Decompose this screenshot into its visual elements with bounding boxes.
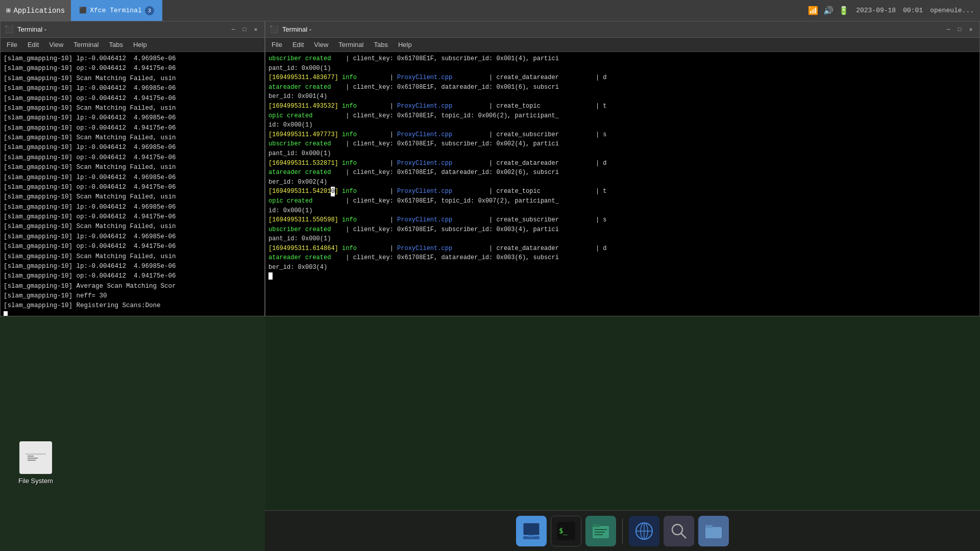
- terminal-line: id: 0x000(1): [268, 120, 976, 130]
- svg-rect-36: [705, 525, 713, 528]
- terminal-line: atareader created | client_key: 0x61708E…: [268, 253, 976, 263]
- terminal-right-body[interactable]: ubscriber created | client_key: 0x61708E…: [265, 52, 979, 316]
- menu-terminal-right[interactable]: Terminal: [334, 40, 368, 49]
- terminal-window-right: ⬛ Terminal - ─ □ ✕ File Edit View Termin…: [265, 21, 980, 316]
- svg-rect-26: [595, 529, 607, 530]
- terminal-line: [slam_gmapping-10] lp:-0.0046412 4.96985…: [4, 203, 261, 212]
- date-display: 2023-09-18: [856, 7, 896, 14]
- taskbar-top: ⊞ Applications ⬛ Xfce Terminal 3 📶 🔊 🔋 2…: [0, 0, 980, 21]
- svg-rect-35: [705, 527, 722, 538]
- terminal-right-titlebar: ⬛ Terminal - ─ □ ✕: [265, 21, 979, 38]
- filesystem-icon-image: [19, 441, 52, 474]
- taskbar-bottom-dock: $_: [265, 510, 980, 551]
- applications-menu[interactable]: ⊞ Applications: [0, 0, 71, 21]
- menu-view-left[interactable]: View: [45, 40, 67, 49]
- time-display: 00:01: [903, 7, 923, 14]
- terminal-line: [slam_gmapping-10] op:-0.0046412 4.94175…: [4, 94, 261, 104]
- dock-browser-btn[interactable]: [629, 516, 659, 546]
- terminal-line: [slam_gmapping-10] Scan Matching Failed,…: [4, 104, 261, 113]
- terminal-line: ubscriber created | client_key: 0x61708E…: [268, 54, 976, 64]
- terminal-left-menubar: File Edit View Terminal Tabs Help: [1, 38, 264, 52]
- menu-view-right[interactable]: View: [310, 40, 332, 49]
- desktop: File System ⬛ Terminal - ─ □ ✕ File Edit…: [0, 21, 980, 551]
- filesystem-desktop-icon[interactable]: File System: [15, 441, 56, 485]
- svg-rect-18: [28, 460, 36, 461]
- sys-tray: 📶 🔊 🔋: [808, 6, 849, 16]
- terminal-taskbar-icon: ⬛: [79, 7, 87, 14]
- terminal-count-badge: 3: [145, 6, 154, 15]
- terminal-line: [slam_gmapping-10] Registering Scans:Don…: [4, 301, 261, 311]
- terminal-line: [slam_gmapping-10] Scan Matching Failed,…: [4, 133, 261, 143]
- terminal-line: [1694995311.550598] info | ProxyClient.c…: [268, 215, 976, 225]
- menu-tabs-left[interactable]: Tabs: [105, 40, 127, 49]
- terminal-line: opic created | client_key: 0x61708E1F, t…: [268, 111, 976, 121]
- menu-terminal-left[interactable]: Terminal: [69, 40, 103, 49]
- terminal-left-titlebar: ⬛ Terminal - ─ □ ✕: [1, 21, 264, 38]
- terminal-line: [1694995311.532871] info | ProxyClient.c…: [268, 159, 976, 168]
- dock-folder-btn[interactable]: [698, 516, 729, 546]
- terminal-line: [1694995311.493532] info | ProxyClient.c…: [268, 102, 976, 111]
- menu-help-left[interactable]: Help: [129, 40, 151, 49]
- terminal-line: atareader created | client_key: 0x61708E…: [268, 168, 976, 178]
- filesystem-icon-label: File System: [18, 477, 53, 485]
- terminal-line: [slam_gmapping-10] op:-0.0046412 4.94175…: [4, 212, 261, 222]
- terminal-left-icon: ⬛: [5, 25, 13, 34]
- dock-desktop-btn[interactable]: [516, 516, 547, 546]
- terminal-line: [slam_gmapping-10] op:-0.0046412 4.94175…: [4, 271, 261, 281]
- svg-rect-28: [595, 534, 603, 535]
- menu-edit-left[interactable]: Edit: [23, 40, 43, 49]
- svg-rect-21: [528, 535, 534, 537]
- battery-icon: 🔋: [839, 6, 849, 16]
- menu-file-left[interactable]: File: [3, 40, 21, 49]
- terminal-line: [slam_gmapping-10] lp:-0.0046412 4.96985…: [4, 113, 261, 123]
- taskbar-left: ⊞ Applications ⬛ Xfce Terminal 3: [0, 0, 162, 21]
- minimize-btn-left[interactable]: ─: [229, 25, 238, 34]
- svg-rect-19: [523, 523, 540, 535]
- svg-rect-15: [26, 454, 46, 455]
- maximize-btn-left[interactable]: □: [240, 25, 249, 34]
- terminal-line: [slam_gmapping-10] Scan Matching Failed,…: [4, 222, 261, 232]
- terminal-line: [slam_gmapping-10] lp:-0.0046412 4.96985…: [4, 173, 261, 183]
- close-btn-right[interactable]: ✕: [966, 25, 975, 34]
- terminal-line: ubscriber created | client_key: 0x61708E…: [268, 225, 976, 235]
- terminal-right-icon: ⬛: [270, 25, 278, 34]
- terminal-prompt: [4, 311, 261, 316]
- terminal-line: ber_id: 0x002(4): [268, 178, 976, 187]
- terminal-line: [slam_gmapping-10] Scan Matching Failed,…: [4, 74, 261, 84]
- menu-tabs-right[interactable]: Tabs: [370, 40, 391, 49]
- menu-file-right[interactable]: File: [267, 40, 286, 49]
- terminal-line: id: 0x000(1): [268, 206, 976, 216]
- terminal-line: [slam_gmapping-10] op:-0.0046412 4.94175…: [4, 183, 261, 192]
- close-btn-left[interactable]: ✕: [251, 25, 260, 34]
- title-right-left: ⬛ Terminal -: [270, 25, 311, 34]
- dock-terminal-btn[interactable]: $_: [551, 516, 581, 546]
- volume-icon: 🔊: [823, 6, 834, 16]
- menu-help-right[interactable]: Help: [394, 40, 416, 49]
- minimize-btn-right[interactable]: ─: [944, 25, 953, 34]
- terminal-left-body[interactable]: [slam_gmapping-10] lp:-0.0046412 4.96985…: [1, 52, 264, 316]
- terminal-line: pant_id: 0x000(1): [268, 64, 976, 73]
- svg-rect-17: [28, 458, 38, 459]
- terminal-window-left: ⬛ Terminal - ─ □ ✕ File Edit View Termin…: [0, 21, 265, 316]
- apps-icon: ⊞: [6, 6, 10, 15]
- terminal-line: [slam_gmapping-10] op:-0.0046412 4.94175…: [4, 242, 261, 252]
- terminal-line: [slam_gmapping-10] op:-0.0046412 4.94175…: [4, 123, 261, 133]
- terminal-prompt-right: [268, 272, 976, 280]
- dock-files-btn[interactable]: [585, 516, 616, 546]
- terminal-line: [slam_gmapping-10] neff= 30: [4, 291, 261, 301]
- terminal-taskbar-btn[interactable]: ⬛ Xfce Terminal 3: [71, 0, 162, 21]
- svg-rect-25: [593, 524, 600, 527]
- menu-edit-right[interactable]: Edit: [288, 40, 308, 49]
- maximize-btn-right[interactable]: □: [955, 25, 964, 34]
- terminal-line: [slam_gmapping-10] lp:-0.0046412 4.96985…: [4, 143, 261, 153]
- terminal-line: opic created | client_key: 0x61708E1F, t…: [268, 196, 976, 206]
- terminal-line: pant_id: 0x000(1): [268, 234, 976, 244]
- terminal-line: [1694995311.497773] info | ProxyClient.c…: [268, 130, 976, 140]
- terminal-line: [slam_gmapping-10] lp:-0.0046412 4.96985…: [4, 232, 261, 242]
- terminal-line: [slam_gmapping-10] Average Scan Matching…: [4, 282, 261, 291]
- terminal-line: [1694995311.614864] info | ProxyClient.c…: [268, 244, 976, 254]
- terminal-line: [slam_gmapping-10] lp:-0.0046412 4.96985…: [4, 54, 261, 64]
- dock-search-btn[interactable]: [664, 516, 694, 546]
- svg-text:$_: $_: [559, 527, 568, 535]
- terminal-line: [slam_gmapping-10] Scan Matching Failed,…: [4, 252, 261, 262]
